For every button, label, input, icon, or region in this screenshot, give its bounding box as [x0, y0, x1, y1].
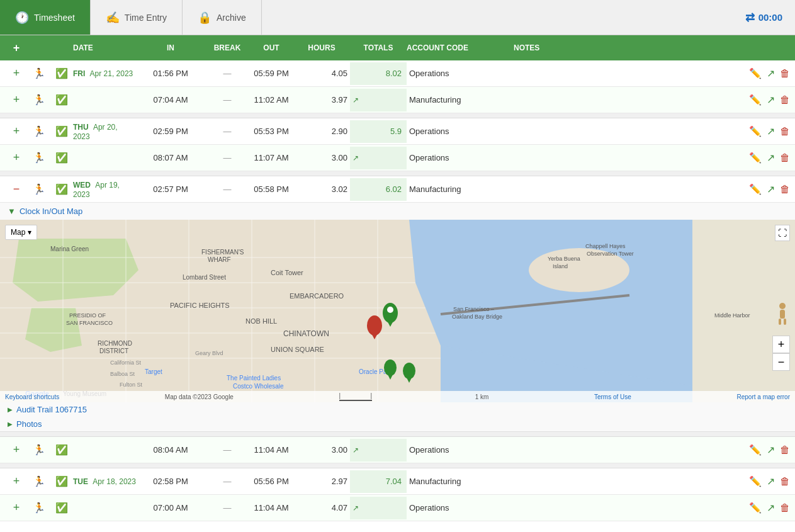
table-row: + 🏃 ✅ 08:04 AM — 11:04 AM 3.00 ↗ Operati…	[0, 437, 795, 463]
table-row: + 🏃 ✅ TUE Apr 18, 2023 02:58 PM — 05:56 …	[0, 468, 795, 495]
timesheet-icon: 🕐	[15, 11, 29, 25]
hours-val: 3.00	[293, 153, 350, 162]
hours-val: 2.90	[293, 127, 350, 136]
delete-button[interactable]: 🗑	[780, 126, 790, 137]
svg-rect-62	[784, 319, 786, 325]
svg-text:Island: Island	[553, 263, 568, 269]
row-divider	[0, 432, 795, 437]
delete-button[interactable]: 🗑	[780, 68, 790, 79]
edit-button[interactable]: ✏️	[749, 502, 762, 514]
hours-val: 4.05	[293, 69, 350, 78]
delete-button[interactable]: 🗑	[780, 476, 790, 487]
share-button[interactable]: ↗	[767, 125, 775, 137]
delete-button[interactable]: 🗑	[780, 94, 790, 106]
row-actions: ✏️ ↗ 🗑	[714, 125, 790, 137]
map-type-button[interactable]: Map ▾	[5, 225, 37, 240]
terms-link[interactable]: Terms of Use	[594, 393, 631, 400]
totals-empty: ↗	[350, 89, 407, 111]
date-cell: WED Apr 19, 2023	[73, 180, 136, 199]
row-actions: ✏️ ↗ 🗑	[714, 67, 790, 79]
share-button[interactable]: ↗	[767, 94, 775, 106]
edit-button[interactable]: ✏️	[749, 475, 762, 487]
edit-button[interactable]: ✏️	[749, 444, 762, 456]
add-row-icon[interactable]: +	[13, 475, 20, 488]
share-button[interactable]: ↗	[767, 475, 775, 487]
tab-timesheet[interactable]: 🕐 Timesheet	[0, 0, 91, 35]
map-attribution: Keyboard shortcuts Map data ©2023 Google…	[0, 391, 795, 402]
add-row-icon[interactable]: +	[13, 67, 20, 80]
add-row-icon[interactable]: +	[13, 443, 20, 456]
add-row-icon[interactable]: +	[13, 93, 20, 106]
add-row-icon[interactable]: +	[13, 501, 20, 514]
svg-text:EMBARCADERO: EMBARCADERO	[290, 292, 344, 300]
tab-time-entry[interactable]: ✍ Time Entry	[91, 0, 183, 35]
minus-icon[interactable]: −	[13, 183, 20, 196]
svg-text:Observation Tower: Observation Tower	[587, 251, 634, 257]
svg-text:Oakland Bay Bridge: Oakland Bay Bridge	[452, 314, 502, 320]
out-time: 11:07 AM	[249, 153, 293, 162]
delete-button[interactable]: 🗑	[780, 444, 790, 456]
delete-button[interactable]: 🗑	[780, 152, 790, 164]
svg-text:PACIFIC HEIGHTS: PACIFIC HEIGHTS	[170, 302, 230, 309]
svg-text:FISHERMAN'S: FISHERMAN'S	[201, 249, 244, 256]
report-link[interactable]: Report a map error	[737, 393, 790, 400]
edit-button[interactable]: ✏️	[749, 94, 762, 106]
svg-text:The Painted Ladies: The Painted Ladies	[227, 375, 281, 382]
map-data-text: Map data ©2023 Google	[165, 393, 234, 400]
col-totals-header: TOTALS	[350, 43, 407, 52]
tab-time-entry-label: Time Entry	[125, 13, 167, 23]
col-out-header: OUT	[249, 43, 293, 52]
share-button[interactable]: ↗	[767, 152, 775, 164]
keyboard-shortcuts-link[interactable]: Keyboard shortcuts	[5, 393, 59, 400]
in-time: 07:04 AM	[136, 95, 205, 105]
delete-button[interactable]: 🗑	[780, 502, 790, 514]
svg-text:RICHMOND: RICHMOND	[98, 340, 132, 347]
add-row-icon[interactable]: +	[13, 151, 20, 164]
svg-text:Lombard Street: Lombard Street	[183, 274, 226, 281]
svg-text:Marina Green: Marina Green	[50, 246, 89, 252]
photos-row[interactable]: ▶ Photos	[0, 417, 795, 431]
account-code: Operations	[407, 445, 514, 455]
edit-button[interactable]: ✏️	[749, 67, 762, 79]
share-button[interactable]: ↗	[767, 444, 775, 456]
edit-button[interactable]: ✏️	[749, 125, 762, 137]
account-code: Manufacturing	[407, 184, 514, 194]
account-code: Manufacturing	[407, 477, 514, 486]
check-icon: ✅	[55, 94, 68, 106]
edit-button[interactable]: ✏️	[749, 183, 762, 195]
date-cell: THU Apr 20, 2023	[73, 122, 136, 141]
hours-val: 3.00	[293, 445, 350, 455]
break-dash: —	[205, 184, 249, 194]
svg-text:Geary Blvd: Geary Blvd	[195, 350, 223, 356]
edit-button[interactable]: ✏️	[749, 152, 762, 164]
break-dash: —	[205, 445, 249, 455]
hours-val: 4.07	[293, 503, 350, 512]
col-notes-header: NOTES	[514, 43, 714, 52]
col-add: +	[5, 42, 28, 55]
zoom-in-button[interactable]: +	[772, 336, 790, 353]
tab-archive-label: Archive	[217, 13, 246, 23]
map-chevron-icon: ▼	[8, 207, 16, 216]
person-icon: 🏃	[33, 475, 45, 487]
svg-text:Balboa St: Balboa St	[110, 371, 135, 377]
table-row: + 🏃 ✅ 08:07 AM — 11:07 AM 3.00 ↗ Operati…	[0, 145, 795, 171]
map-label-row[interactable]: ▼ Clock In/Out Map	[0, 203, 795, 220]
person-icon: 🏃	[33, 183, 45, 195]
fullscreen-button[interactable]: ⛶	[775, 225, 790, 241]
share-button[interactable]: ↗	[767, 67, 775, 79]
zoom-out-button[interactable]: −	[772, 353, 790, 371]
audit-trail-row[interactable]: ▶ Audit Trail 1067715	[0, 402, 795, 417]
pegman-icon[interactable]	[776, 302, 789, 325]
svg-text:Yerba Buena: Yerba Buena	[548, 256, 580, 262]
svg-text:Target: Target	[145, 368, 162, 375]
svg-text:SAN FRANCISCO: SAN FRANCISCO	[66, 320, 113, 326]
add-header-icon[interactable]: +	[13, 42, 20, 54]
totals-val: 7.04	[350, 470, 407, 493]
share-button[interactable]: ↗	[767, 502, 775, 514]
add-row-icon[interactable]: +	[13, 125, 20, 138]
delete-button[interactable]: 🗑	[780, 184, 790, 195]
row-actions: ✏️ ↗ 🗑	[714, 152, 790, 164]
out-time: 05:53 PM	[249, 127, 293, 136]
tab-archive[interactable]: 🔒 Archive	[183, 0, 262, 35]
share-button[interactable]: ↗	[767, 183, 775, 195]
